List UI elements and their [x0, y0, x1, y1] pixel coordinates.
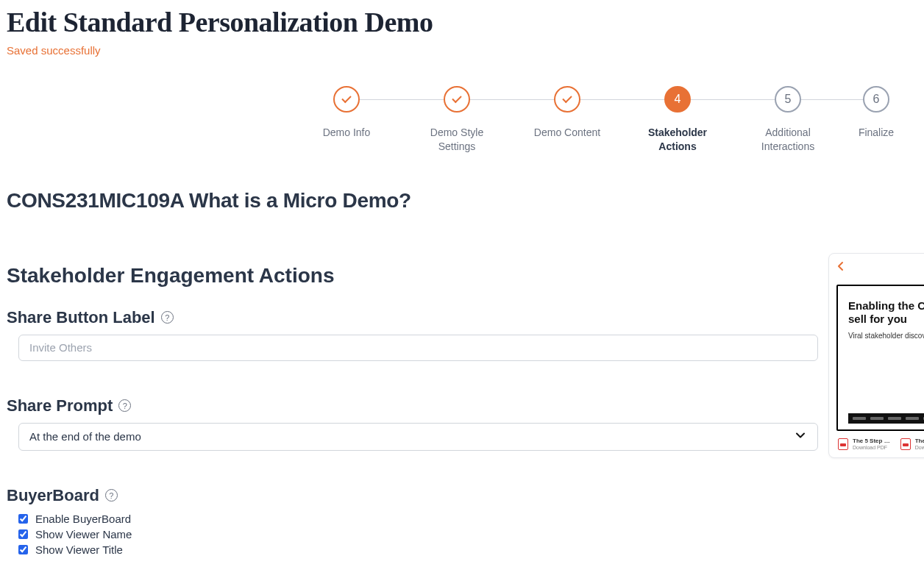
step-label: Demo Content: [534, 126, 600, 140]
share-button-label: Share Button Label: [7, 308, 155, 327]
step-additional-interactions[interactable]: 5 Additional Interactions: [733, 86, 843, 154]
checkbox-enable-buyerboard[interactable]: Enable BuyerBoard: [18, 513, 924, 525]
checkbox-show-viewer-name[interactable]: Show Viewer Name: [18, 528, 924, 540]
preview-panel: Enabling the Champion to sell for you Vi…: [828, 253, 924, 458]
checkbox-input[interactable]: [18, 514, 28, 524]
step-label: Demo Style Settings: [413, 126, 501, 154]
check-icon: [452, 98, 461, 101]
preview-subheading: Viral stakeholder discovery: [848, 332, 924, 340]
step-label: Additional Interactions: [744, 126, 832, 154]
section-title: Stakeholder Engagement Actions: [7, 264, 924, 288]
step-circle: 4: [664, 86, 691, 113]
checkbox-input[interactable]: [18, 545, 28, 554]
share-prompt-select[interactable]: At the end of the demo: [18, 423, 818, 451]
step-finalize[interactable]: 6 Finalize: [843, 86, 909, 140]
buyerboard-label: BuyerBoard: [7, 486, 99, 505]
pdf-icon: [838, 438, 848, 450]
step-circle: 5: [775, 86, 801, 113]
attachment-item[interactable]: The 5 Step … Download PDF: [838, 438, 890, 450]
step-stakeholder-actions[interactable]: 4 Stakeholder Actions: [622, 86, 733, 154]
step-circle: [333, 86, 360, 113]
step-label: Demo Info: [323, 126, 371, 140]
step-demo-style[interactable]: Demo Style Settings: [402, 86, 512, 154]
preview-heading: Enabling the Champion to sell for you: [848, 299, 924, 326]
check-icon: [563, 98, 572, 101]
step-demo-content[interactable]: Demo Content: [512, 86, 622, 140]
checkbox-input[interactable]: [18, 529, 28, 539]
share-prompt-label: Share Prompt: [7, 396, 113, 415]
checkbox-label: Enable BuyerBoard: [35, 513, 131, 525]
check-icon: [342, 98, 351, 101]
attachment-sub: Download PDF: [915, 445, 924, 450]
checkbox-label: Show Viewer Title: [35, 543, 123, 556]
attachment-title: The 5 Step …: [853, 438, 890, 444]
preview-attachments: The 5 Step … Download PDF The Definitive…: [836, 438, 924, 450]
attachment-title: The Definitive: [915, 438, 924, 444]
step-circle: [444, 86, 470, 113]
attachment-item[interactable]: The Definitive Download PDF: [900, 438, 924, 450]
pdf-icon: [900, 438, 911, 450]
step-label: Finalize: [859, 126, 894, 140]
step-circle: 6: [863, 86, 889, 113]
step-demo-info[interactable]: Demo Info: [291, 86, 402, 140]
buyerboard-options: Enable BuyerBoard Show Viewer Name Show …: [18, 513, 924, 556]
checkbox-show-viewer-title[interactable]: Show Viewer Title: [18, 543, 924, 556]
help-icon[interactable]: ?: [118, 399, 131, 412]
help-icon[interactable]: ?: [105, 489, 118, 502]
checkbox-label: Show Viewer Name: [35, 528, 132, 540]
preview-back-button[interactable]: [836, 261, 924, 274]
share-button-input[interactable]: [18, 335, 818, 361]
demo-title: CONS231MIC109A What is a Micro Demo?: [7, 189, 924, 213]
help-icon[interactable]: ?: [161, 311, 174, 324]
save-status: Saved successfully: [7, 44, 924, 57]
preview-logo-strip: [848, 413, 924, 424]
step-label: Stakeholder Actions: [633, 126, 722, 154]
attachment-sub: Download PDF: [853, 445, 890, 450]
stepper: Demo Info Demo Style Settings Demo Conte…: [0, 86, 924, 154]
step-circle: [554, 86, 580, 113]
preview-body: Enabling the Champion to sell for you Vi…: [836, 285, 924, 431]
page-title: Edit Standard Personalization Demo: [7, 6, 924, 38]
